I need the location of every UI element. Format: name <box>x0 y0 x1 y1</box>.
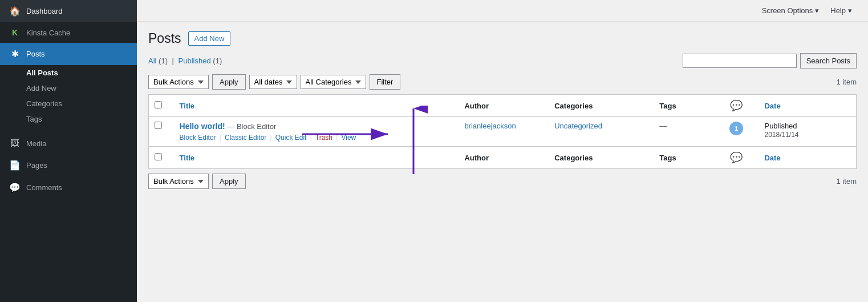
footer-tags-header: Tags <box>654 147 713 169</box>
tags-column-header: Tags <box>654 95 713 117</box>
sidebar-item-posts[interactable]: ✱ Posts <box>0 43 137 65</box>
category-link[interactable]: Uncategorized <box>554 122 602 130</box>
table-footer-header-row: Title Author Categories Tags 💬 Date <box>149 147 857 169</box>
sidebar-item-dashboard[interactable]: 🏠 Dashboard <box>0 0 137 22</box>
filter-all-count: (1) <box>159 57 168 65</box>
sidebar: 🏠 Dashboard K Kinsta Cache ✱ Posts All P… <box>0 0 137 302</box>
search-row: All (1) | Published (1) Search Posts <box>148 53 857 69</box>
dashboard-icon: 🏠 <box>9 6 21 17</box>
screen-options-label: Screen Options <box>762 6 813 15</box>
topbar: Screen Options ▾ Help ▾ <box>137 0 868 22</box>
search-posts-button[interactable]: Search Posts <box>800 53 857 69</box>
filter-button-top[interactable]: Filter <box>370 74 401 90</box>
bulk-actions-select-bottom[interactable]: Bulk Actions <box>148 174 209 189</box>
search-area: Search Posts <box>683 53 857 69</box>
posts-icon: ✱ <box>9 49 21 59</box>
toolbar-bottom: Bulk Actions Apply 1 item <box>148 174 857 189</box>
footer-author-header: Author <box>459 147 549 169</box>
quick-edit-link[interactable]: Quick Edit <box>275 134 307 142</box>
all-categories-select[interactable]: All Categories <box>301 75 366 89</box>
footer-comments-header: 💬 <box>714 147 759 169</box>
categories-column-header: Categories <box>549 95 654 117</box>
apply-button-top[interactable]: Apply <box>212 74 246 90</box>
post-type-label: — Block Editor <box>227 122 276 131</box>
kinsta-icon: K <box>9 28 21 37</box>
row-checkbox[interactable] <box>155 122 162 129</box>
filter-links: All (1) | Published (1) <box>148 57 222 65</box>
block-editor-link[interactable]: Block Editor <box>180 134 216 142</box>
title-column-header: Title <box>174 95 459 117</box>
date-value: 2018/11/14 <box>764 131 798 139</box>
comment-bubble-footer-icon: 💬 <box>730 152 743 163</box>
item-count-top: 1 item <box>837 78 857 86</box>
footer-categories-header: Categories <box>549 147 654 169</box>
filter-published-count: (1) <box>213 57 222 65</box>
help-button[interactable]: Help ▾ <box>826 4 857 17</box>
sidebar-item-kinsta-cache[interactable]: K Kinsta Cache <box>0 22 137 43</box>
footer-title-sort-link[interactable]: Title <box>180 154 195 162</box>
row-checkbox-cell <box>149 117 174 147</box>
media-icon: 🖼 <box>9 138 21 148</box>
sidebar-posts-submenu: All Posts Add New Categories Tags <box>0 65 137 127</box>
comments-column-header: 💬 <box>714 95 759 117</box>
screen-options-button[interactable]: Screen Options ▾ <box>757 4 824 17</box>
page-title-row: Posts Add New <box>148 31 857 46</box>
trash-link[interactable]: Trash <box>315 134 332 142</box>
sidebar-sub-all-posts[interactable]: All Posts <box>26 65 137 80</box>
date-sort-link[interactable]: Date <box>764 102 780 110</box>
date-status: Published <box>764 122 797 130</box>
sidebar-item-label: Posts <box>26 50 45 58</box>
title-sort-link[interactable]: Title <box>180 102 195 110</box>
tags-value: — <box>659 122 667 130</box>
item-count-bottom: 1 item <box>837 177 857 186</box>
sidebar-item-label: Kinsta Cache <box>26 29 70 37</box>
help-label: Help <box>830 6 846 15</box>
row-actions: Block Editor | Classic Editor | Quick Ed… <box>180 133 453 142</box>
filter-published-link[interactable]: Published <box>179 57 211 65</box>
post-title-link[interactable]: Hello world! <box>180 122 225 131</box>
classic-editor-link[interactable]: Classic Editor <box>225 134 266 142</box>
filter-sep: | <box>172 57 176 65</box>
sidebar-sub-tags[interactable]: Tags <box>26 111 137 127</box>
apply-button-bottom[interactable]: Apply <box>212 174 246 189</box>
select-all-checkbox[interactable] <box>155 101 162 108</box>
row-title-cell: Hello world! — Block Editor Block Editor… <box>174 117 459 147</box>
add-new-button[interactable]: Add New <box>188 31 231 46</box>
row-author-cell: brianleejackson <box>459 117 549 147</box>
comment-bubble-header-icon: 💬 <box>730 100 743 111</box>
sidebar-item-pages[interactable]: 📄 Pages <box>0 154 137 176</box>
toolbar-left: Bulk Actions Apply All dates All Categor… <box>148 74 400 90</box>
table-row: Hello world! — Block Editor Block Editor… <box>149 117 857 147</box>
posts-table: Title Author Categories Tags 💬 <box>148 94 857 169</box>
sidebar-sub-categories[interactable]: Categories <box>26 96 137 111</box>
footer-check-header <box>149 147 174 169</box>
footer-title-header: Title <box>174 147 459 169</box>
bulk-actions-select-top[interactable]: Bulk Actions <box>148 75 209 89</box>
sidebar-item-media[interactable]: 🖼 Media <box>0 132 137 154</box>
row-categories-cell: Uncategorized <box>549 117 654 147</box>
table-header-row: Title Author Categories Tags 💬 <box>149 95 857 117</box>
sidebar-sub-add-new[interactable]: Add New <box>26 80 137 96</box>
view-link[interactable]: View <box>341 134 356 142</box>
sidebar-item-label: Comments <box>26 183 62 192</box>
footer-date-sort-link[interactable]: Date <box>764 154 780 162</box>
row-tags-cell: — <box>654 117 713 147</box>
pages-icon: 📄 <box>9 160 21 171</box>
toolbar-bottom-left: Bulk Actions Apply <box>148 174 246 189</box>
sidebar-item-comments[interactable]: 💬 Comments <box>0 176 137 199</box>
filter-all-link[interactable]: All <box>148 57 156 65</box>
content-area: Posts Add New All (1) | Published (1) Se… <box>137 22 868 302</box>
page-title: Posts <box>148 31 181 46</box>
footer-select-all-checkbox[interactable] <box>155 153 162 160</box>
select-all-header <box>149 95 174 117</box>
date-column-header: Date <box>759 95 856 117</box>
author-column-header: Author <box>459 95 549 117</box>
screen-options-chevron-icon: ▾ <box>815 6 819 15</box>
author-link[interactable]: brianleejackson <box>464 122 516 130</box>
all-dates-select[interactable]: All dates <box>249 75 297 89</box>
search-input[interactable] <box>683 54 797 68</box>
footer-date-header: Date <box>759 147 856 169</box>
sidebar-item-label: Dashboard <box>26 7 63 15</box>
comment-count-badge[interactable]: 1 <box>729 122 743 135</box>
row-comments-cell: 1 <box>714 117 759 147</box>
